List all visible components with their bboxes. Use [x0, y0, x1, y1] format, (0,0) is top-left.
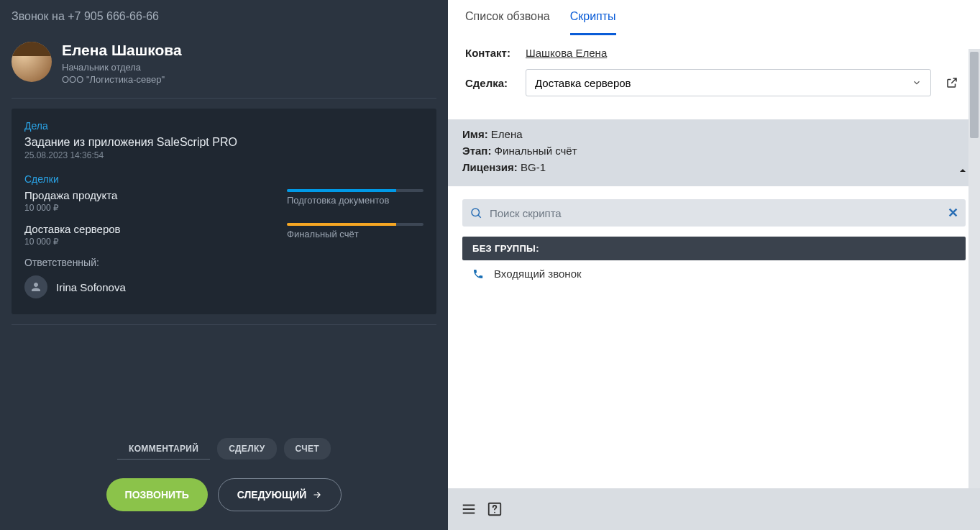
- action-row: ПОЗВОНИТЬ СЛЕДУЮЩИЙ: [0, 478, 448, 530]
- script-search[interactable]: ✕: [462, 199, 966, 227]
- deal-select-value: Доставка серверов: [535, 77, 631, 89]
- responsible-name: Irina Sofonova: [56, 281, 126, 293]
- right-tabs: Список обзвона Скрипты: [448, 0, 980, 35]
- contact-avatar: [12, 42, 52, 82]
- deal-row[interactable]: Доставка серверов 10 000 ₽ Финальный счё…: [24, 223, 423, 247]
- responsible-avatar: [24, 275, 47, 298]
- info-license-value: BG-1: [521, 161, 546, 173]
- next-button-label: СЛЕДУЮЩИЙ: [237, 489, 307, 501]
- call-button[interactable]: ПОЗВОНИТЬ: [106, 478, 208, 511]
- deals-label: Сделки: [24, 173, 423, 185]
- contact-link[interactable]: Шашкова Елена: [526, 47, 607, 59]
- contact-label: Контакт:: [465, 47, 516, 59]
- info-name-value: Елена: [491, 128, 523, 140]
- search-icon: [470, 206, 482, 219]
- script-item[interactable]: Входящий звонок: [448, 260, 980, 287]
- menu-icon: [461, 501, 477, 517]
- deal-stage: Финальный счёт: [287, 229, 423, 239]
- external-link-icon: [945, 76, 958, 89]
- info-card: Дела Задание из приложения SaleScript PR…: [12, 109, 436, 314]
- deal-row[interactable]: Продажа продукта 10 000 ₽ Подготовка док…: [24, 189, 423, 213]
- clear-search-button[interactable]: ✕: [948, 205, 958, 221]
- bottom-bar: [448, 488, 980, 530]
- deal-name: Доставка серверов: [24, 223, 121, 235]
- info-stage-label: Этап:: [462, 145, 491, 157]
- arrow-right-icon: [312, 490, 322, 500]
- info-license-label: Лицензия:: [462, 161, 518, 173]
- help-icon: [487, 501, 503, 517]
- deal-label: Сделка:: [465, 77, 516, 89]
- collapse-button[interactable]: [957, 165, 968, 179]
- mini-tab-deal[interactable]: СДЕЛКУ: [217, 438, 276, 460]
- mini-tab-bar: КОММЕНТАРИЙ СДЕЛКУ СЧЕТ: [0, 431, 448, 478]
- deal-amount: 10 000 ₽: [24, 237, 121, 247]
- right-panel: Список обзвона Скрипты Контакт: Шашкова …: [448, 0, 980, 530]
- open-external-button[interactable]: [941, 72, 963, 93]
- task-timestamp: 25.08.2023 14:36:54: [24, 150, 423, 160]
- deal-progress: [287, 223, 423, 226]
- call-header: Звонок на +7 905 666-66-66: [0, 0, 448, 33]
- tasks-label: Дела: [24, 120, 423, 132]
- divider: [12, 324, 436, 325]
- deal-stage: Подготовка документов: [287, 195, 423, 206]
- left-panel: Звонок на +7 905 666-66-66 Елена Шашкова…: [0, 0, 448, 530]
- chevron-down-icon: [912, 78, 922, 88]
- chevron-up-icon: [957, 165, 968, 176]
- contact-company: ООО "Логистика-север": [62, 74, 182, 85]
- contact-name: Елена Шашкова: [62, 42, 182, 59]
- contact-block: Елена Шашкова Начальник отдела ООО "Логи…: [0, 33, 448, 98]
- deal-name: Продажа продукта: [24, 189, 117, 201]
- search-input[interactable]: [490, 207, 940, 219]
- svg-point-0: [472, 209, 480, 216]
- deal-amount: 10 000 ₽: [24, 203, 117, 213]
- scrollbar-thumb[interactable]: [970, 52, 979, 138]
- divider: [12, 98, 436, 99]
- deal-select[interactable]: Доставка серверов: [526, 69, 931, 96]
- mini-tab-invoice[interactable]: СЧЕТ: [284, 438, 331, 460]
- tab-call-list[interactable]: Список обзвона: [465, 10, 550, 35]
- menu-button[interactable]: [461, 501, 477, 517]
- info-name-label: Имя:: [462, 128, 488, 140]
- deal-select-row: Сделка: Доставка серверов: [465, 69, 963, 96]
- contact-info: Елена Шашкова Начальник отдела ООО "Логи…: [62, 42, 182, 85]
- info-block: Имя: Елена Этап: Финальный счёт Лицензия…: [448, 119, 980, 186]
- responsible-row: Irina Sofonova: [24, 275, 423, 298]
- info-stage-value: Финальный счёт: [495, 145, 577, 157]
- script-item-label: Входящий звонок: [494, 268, 582, 280]
- contact-row: Контакт: Шашкова Елена: [465, 47, 963, 59]
- tab-scripts[interactable]: Скрипты: [570, 10, 616, 35]
- task-title: Задание из приложения SaleScript PRO: [24, 136, 423, 149]
- person-icon: [29, 280, 42, 293]
- script-group-header: БЕЗ ГРУППЫ:: [462, 237, 966, 260]
- deal-progress: [287, 189, 423, 192]
- phone-icon: [472, 268, 484, 280]
- next-button[interactable]: СЛЕДУЮЩИЙ: [218, 478, 342, 511]
- contact-role: Начальник отдела: [62, 62, 182, 73]
- mini-tab-comment[interactable]: КОММЕНТАРИЙ: [117, 438, 210, 460]
- scrollbar[interactable]: [968, 49, 980, 488]
- help-button[interactable]: [487, 501, 503, 517]
- responsible-label: Ответственный:: [24, 257, 423, 268]
